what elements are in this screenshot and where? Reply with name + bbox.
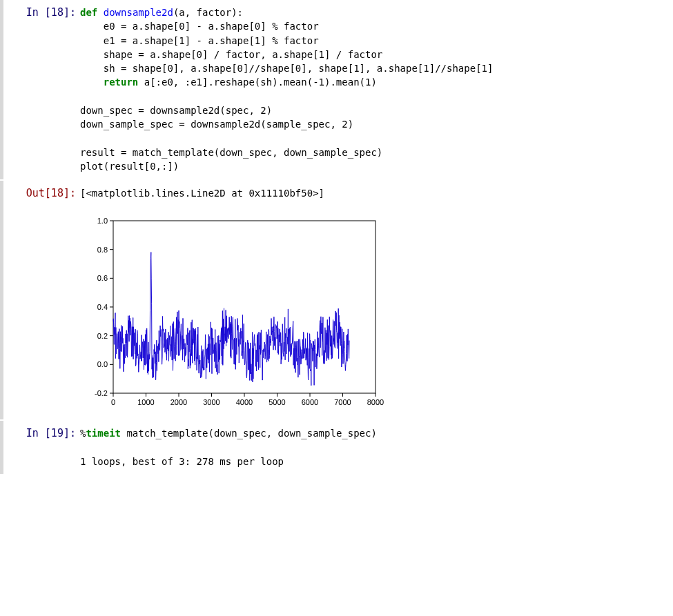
xtick-label: 7000 xyxy=(334,398,351,406)
plot-output: -0.20.00.20.40.60.81.0010002000300040005… xyxy=(80,214,666,414)
xtick-label: 0 xyxy=(111,398,115,406)
ytick-label: 1.0 xyxy=(97,217,108,225)
code-block-19[interactable]: %timeit match_template(down_spec, down_s… xyxy=(80,426,666,440)
cell-18: In [18]: def downsample2d(a, factor): e0… xyxy=(0,0,673,179)
xtick-label: 6000 xyxy=(302,398,318,406)
ytick-label: 0.2 xyxy=(97,332,108,340)
xtick-label: 3000 xyxy=(203,398,220,406)
xtick-label: 2000 xyxy=(170,398,187,406)
xtick-label: 8000 xyxy=(367,398,384,406)
code-block-18[interactable]: def downsample2d(a, factor): e0 = a.shap… xyxy=(80,6,666,174)
cell-19: In [19]: %timeit match_template(down_spe… xyxy=(0,421,673,474)
ytick-label: 0.0 xyxy=(97,360,108,368)
out-prompt-18: Out[18]: xyxy=(3,186,80,201)
xtick-label: 4000 xyxy=(236,398,253,406)
ytick-label: 0.4 xyxy=(97,303,108,311)
ytick-label: -0.2 xyxy=(95,389,108,397)
output-text-18: [<matplotlib.lines.Line2D at 0x11110bf50… xyxy=(80,186,666,200)
series-line xyxy=(113,252,349,385)
ytick-label: 0.8 xyxy=(97,246,108,254)
in-prompt-19: In [19]: xyxy=(3,426,80,441)
xtick-label: 5000 xyxy=(269,398,285,406)
ytick-label: 0.6 xyxy=(97,274,108,282)
in-prompt-18: In [18]: xyxy=(3,6,80,20)
output-text-19: 1 loops, best of 3: 278 ms per loop xyxy=(80,455,666,468)
cell-18-output: Out[18]: [<matplotlib.lines.Line2D at 0x… xyxy=(0,181,673,419)
xtick-label: 1000 xyxy=(137,398,154,406)
